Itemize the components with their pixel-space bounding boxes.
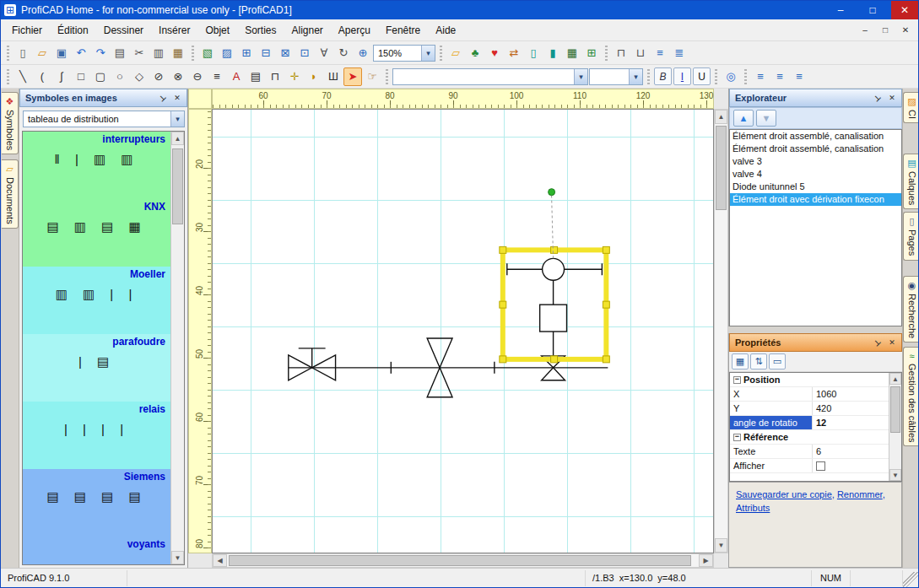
mdi-minimize-button[interactable]: – <box>856 23 874 38</box>
scrollbar-up-button[interactable] <box>715 110 727 124</box>
main-canvas[interactable] <box>212 109 714 553</box>
rounded-rectangle-tool-icon[interactable]: ▢ <box>91 67 110 86</box>
collapse-icon[interactable] <box>733 376 741 384</box>
font-size-combo[interactable] <box>589 68 643 85</box>
property-row[interactable]: Référence <box>730 430 901 445</box>
save-icon[interactable]: ▣ <box>52 44 71 62</box>
tab-gestion-cables[interactable]: ≈ Gestion des câbles <box>903 347 919 447</box>
scrollbar-thumb[interactable] <box>229 555 691 566</box>
new-file-icon[interactable]: ▯ <box>14 44 32 62</box>
redo-icon[interactable]: ↷ <box>91 44 110 62</box>
maximize-button[interactable]: □ <box>859 1 886 19</box>
book-icon[interactable]: ▮ <box>543 44 562 62</box>
scrollbar-up-button[interactable] <box>171 132 184 145</box>
properties-link[interactable]: Attributs <box>736 503 770 513</box>
tab-recherche[interactable]: ◉ Recherche <box>903 276 919 343</box>
explorer-item[interactable]: Diode unitunnel 5 <box>730 181 901 193</box>
align-center-icon[interactable]: ≡ <box>770 67 789 86</box>
symbol-thumbnails[interactable]: ▤ ▤ ▤ ▤ <box>26 489 167 504</box>
move-up-button[interactable] <box>733 110 754 127</box>
symbol-thumbnails[interactable]: ▤ ▥ ▤ ▦ <box>26 219 167 235</box>
scrollbar-thumb[interactable] <box>172 148 183 224</box>
canvas-horizontal-scrollbar[interactable] <box>212 553 714 568</box>
properties-link[interactable]: Renommer <box>837 489 883 499</box>
property-label-cell[interactable]: Y <box>730 402 813 415</box>
symbol-thumbnails[interactable]: | ▤ <box>26 354 167 370</box>
symbol-category[interactable]: relais | | | | <box>23 402 184 469</box>
swap-icon[interactable]: ⇄ <box>505 44 523 62</box>
pin-icon[interactable] <box>156 92 168 104</box>
sort-az-icon[interactable]: ⇅ <box>750 353 767 370</box>
chip-icon[interactable]: ▦ <box>563 44 581 62</box>
pin-icon[interactable] <box>871 337 883 348</box>
distribute-horizontal-icon[interactable]: ≡ <box>651 44 669 62</box>
paste-icon[interactable]: ▦ <box>169 44 187 62</box>
symbol-category[interactable]: interrupteurs ‖ | ▥ ▥ <box>23 132 184 199</box>
select-arrow-icon[interactable]: ➤ <box>343 67 362 86</box>
toolbar-grip[interactable] <box>605 46 608 61</box>
zoom-combo[interactable]: 150% <box>373 45 435 62</box>
symbol-thumbnails[interactable]: ‖ | ▥ ▥ <box>26 152 167 167</box>
snap-icon[interactable]: ⊟ <box>257 44 275 62</box>
pin-icon[interactable] <box>871 92 883 104</box>
canvas-vertical-scrollbar[interactable] <box>714 109 728 553</box>
toolbar-grip[interactable] <box>386 69 388 84</box>
menu-item[interactable]: Sorties <box>237 19 284 40</box>
mdi-restore-button[interactable]: □ <box>876 23 895 38</box>
close-icon[interactable] <box>886 337 898 348</box>
property-label-cell[interactable]: Référence <box>730 430 884 444</box>
node-symbol-icon[interactable]: ✛ <box>285 67 304 86</box>
align-left-icon[interactable]: ≡ <box>751 67 770 86</box>
polygon-tool-icon[interactable]: ◇ <box>130 67 149 86</box>
symbol-category[interactable]: Moeller ▥ ▥ | | <box>23 267 184 334</box>
undo-icon[interactable]: ↶ <box>72 44 90 62</box>
property-row[interactable]: X 1060 <box>730 387 901 402</box>
tab-ci[interactable]: ▨ CI <box>903 92 919 123</box>
align-right-icon[interactable]: ≡ <box>790 67 808 86</box>
origin-icon[interactable]: ⊡ <box>295 44 314 62</box>
scrollbar-thumb[interactable] <box>890 386 900 433</box>
property-label-cell[interactable]: Position <box>730 373 884 386</box>
close-icon[interactable] <box>171 92 183 104</box>
font-family-combo[interactable] <box>392 68 588 85</box>
menu-item[interactable]: Fenêtre <box>378 19 428 40</box>
explorer-item[interactable]: Élément droit assemblé, canalisation <box>730 143 901 155</box>
line-tool-icon[interactable]: ╲ <box>14 67 32 86</box>
scrollbar-up-button[interactable] <box>889 373 901 385</box>
symbol-thumbnails[interactable]: | | | | <box>26 422 167 436</box>
favorites-icon[interactable]: ♥ <box>485 44 504 62</box>
text-tool-icon[interactable]: A <box>227 67 246 86</box>
trim-bottom-icon[interactable]: ⊔ <box>631 44 650 62</box>
resize-grip[interactable] <box>903 572 918 587</box>
copy-icon[interactable]: ▥ <box>149 44 168 62</box>
property-row[interactable]: angle de rotatio 12 <box>730 416 901 430</box>
rotate-icon[interactable]: ↻ <box>334 44 353 62</box>
property-row[interactable]: Afficher <box>730 459 901 473</box>
categorized-view-icon[interactable]: ▦ <box>732 353 749 370</box>
distribute-vertical-icon[interactable]: ≣ <box>670 44 689 62</box>
panel-splitter[interactable] <box>728 326 902 333</box>
tab-pages[interactable]: ▯ Pages <box>903 212 919 260</box>
mdi-close-button[interactable]: ✕ <box>896 23 915 38</box>
scrollbar-left-button[interactable] <box>213 554 227 567</box>
crosshair-icon[interactable]: ⊠ <box>276 44 295 62</box>
minimize-button[interactable]: – <box>827 1 854 19</box>
valve-left[interactable] <box>289 348 336 380</box>
menu-item[interactable]: Dessiner <box>96 19 151 40</box>
property-label-cell[interactable]: Texte <box>730 445 813 458</box>
move-down-button[interactable] <box>756 110 776 127</box>
grid-icon[interactable]: ⊞ <box>237 44 256 62</box>
scrollbar-down-button[interactable] <box>171 551 184 564</box>
trim-top-icon[interactable]: ⊓ <box>612 44 630 62</box>
document-icon[interactable]: ▯ <box>524 44 543 62</box>
text-block-icon[interactable]: ▤ <box>246 67 265 86</box>
toolbar-grip[interactable] <box>192 46 194 61</box>
rectangle-tool-icon[interactable]: □ <box>72 67 90 86</box>
property-label-cell[interactable]: Afficher <box>730 459 813 472</box>
toolbar-grip[interactable] <box>7 69 9 84</box>
symbol-category[interactable]: Siemens ▤ ▤ ▤ ▤ <box>23 469 184 537</box>
toolbar-grip[interactable] <box>715 69 717 84</box>
mirror-icon[interactable]: ∀ <box>315 44 333 62</box>
symbol-category[interactable]: parafoudre | ▤ <box>23 334 184 402</box>
symbol-category[interactable]: voyants <box>23 537 184 565</box>
